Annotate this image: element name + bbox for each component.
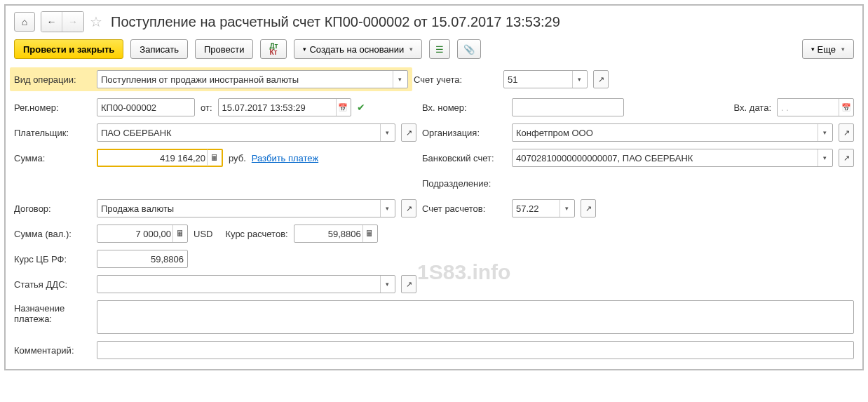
rate-calc-label: Курс расчетов:: [225, 229, 287, 239]
more-button[interactable]: Еще: [802, 39, 854, 59]
account-label: Счет учета:: [414, 74, 498, 85]
post-and-close-button[interactable]: Провести и закрыть: [14, 39, 123, 59]
open-bank-icon[interactable]: ↗: [839, 149, 854, 167]
chevron-down-icon[interactable]: [560, 200, 574, 217]
org-input[interactable]: Конфетпром ООО: [512, 123, 833, 142]
create-based-on-button[interactable]: Создать на основании: [294, 39, 422, 59]
calendar-icon[interactable]: [839, 99, 853, 116]
from-label: от:: [201, 102, 212, 113]
calculator-icon[interactable]: [362, 225, 377, 242]
print-icon[interactable]: ☰: [429, 39, 450, 59]
comment-input[interactable]: [97, 341, 854, 359]
open-dds-icon[interactable]: ↗: [401, 275, 416, 293]
dtkt-button[interactable]: ДтКт: [260, 39, 287, 59]
open-account-icon[interactable]: ↗: [593, 70, 609, 88]
attach-icon[interactable]: 📎: [457, 39, 481, 59]
reg-number-label: Рег.номер:: [14, 102, 91, 113]
in-number-input[interactable]: [512, 98, 624, 116]
in-date-input[interactable]: . .: [777, 98, 854, 116]
op-type-label: Вид операции:: [14, 74, 91, 85]
open-payer-icon[interactable]: ↗: [401, 123, 416, 142]
bank-account-input[interactable]: 40702810000000000007, ПАО СБЕРБАНК: [512, 149, 833, 167]
back-icon[interactable]: ←: [41, 12, 62, 32]
check-ok-icon: ✔: [357, 102, 365, 113]
rate-cb-label: Курс ЦБ РФ:: [14, 254, 91, 264]
calendar-icon[interactable]: [336, 99, 350, 116]
val-currency-label: USD: [194, 229, 212, 239]
payer-label: Плательщик:: [14, 128, 91, 138]
chevron-down-icon[interactable]: [818, 124, 832, 141]
chevron-down-icon[interactable]: [818, 149, 832, 166]
split-payment-link[interactable]: Разбить платеж: [252, 153, 318, 163]
account-input[interactable]: 51: [503, 70, 588, 88]
chevron-down-icon[interactable]: [380, 200, 394, 217]
chevron-down-icon[interactable]: [572, 71, 586, 88]
open-calc-account-icon[interactable]: ↗: [581, 199, 596, 217]
op-type-select[interactable]: Поступления от продажи иностранной валют…: [97, 70, 408, 88]
contract-label: Договор:: [14, 203, 91, 214]
rate-cb-input[interactable]: 59,8806: [97, 250, 188, 268]
page-title: Поступление на расчетный счет КП00-00000…: [111, 14, 560, 30]
calc-account-input[interactable]: 57.22: [512, 199, 575, 217]
contract-input[interactable]: Продажа валюты: [97, 199, 395, 217]
chevron-down-icon[interactable]: [380, 124, 394, 141]
open-contract-icon[interactable]: ↗: [401, 199, 416, 217]
currency-label: руб.: [229, 153, 246, 163]
post-button[interactable]: Провести: [195, 39, 254, 59]
calculator-icon[interactable]: [207, 149, 221, 166]
org-label: Организация:: [422, 128, 506, 138]
favorite-star-icon[interactable]: ☆: [90, 13, 105, 30]
sum-val-label: Сумма (вал.):: [14, 229, 91, 239]
date-input[interactable]: 15.07.2017 13:53:29: [218, 98, 351, 116]
purpose-label: Назначение платежа:: [14, 300, 91, 324]
department-label: Подразделение:: [422, 178, 506, 189]
chevron-down-icon[interactable]: [380, 276, 394, 293]
in-number-label: Вх. номер:: [422, 102, 506, 113]
bank-account-label: Банковский счет:: [422, 153, 506, 163]
rate-calc-input[interactable]: 59,8806: [294, 225, 378, 243]
sum-label: Сумма:: [14, 153, 91, 163]
write-button[interactable]: Записать: [130, 39, 188, 59]
comment-label: Комментарий:: [14, 345, 91, 356]
calc-account-label: Счет расчетов:: [422, 203, 506, 214]
dds-label: Статья ДДС:: [14, 279, 91, 290]
forward-icon: →: [62, 12, 83, 32]
sum-input[interactable]: 419 164,20: [97, 149, 223, 167]
payer-input[interactable]: ПАО СБЕРБАНК: [97, 123, 395, 142]
home-icon[interactable]: ⌂: [14, 12, 35, 32]
chevron-down-icon[interactable]: [393, 71, 407, 88]
dds-input[interactable]: [97, 275, 395, 293]
reg-number-input[interactable]: КП00-000002: [97, 98, 195, 116]
purpose-textarea[interactable]: [97, 300, 854, 334]
open-org-icon[interactable]: ↗: [839, 123, 854, 142]
calculator-icon[interactable]: [172, 225, 187, 242]
sum-val-input[interactable]: 7 000,00: [97, 225, 188, 243]
in-date-label: Вх. дата:: [734, 102, 771, 113]
